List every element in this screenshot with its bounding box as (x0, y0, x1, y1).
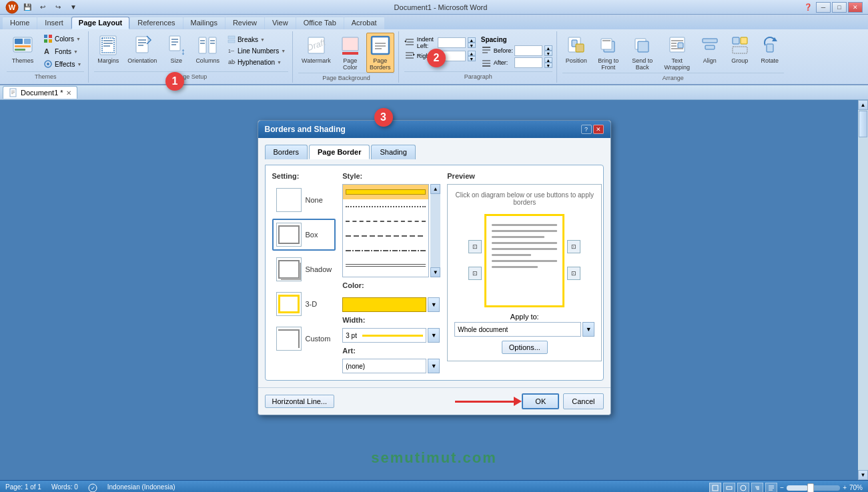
zoom-slider[interactable] (787, 485, 840, 491)
scroll-up-btn[interactable]: ▲ (858, 100, 868, 110)
indent-right-up[interactable]: ▲ (468, 51, 476, 56)
style-list[interactable] (342, 184, 429, 277)
hyphenation-button[interactable]: ab- Hyphenation ▼ (225, 57, 288, 67)
style-dotted-1[interactable] (343, 199, 428, 214)
preview-top-left-btn[interactable]: ⊡ (468, 240, 482, 253)
spacing-after-input[interactable]: 10 pt (514, 57, 542, 68)
preview-bottom-right-btn[interactable]: ⊡ (567, 267, 580, 280)
draft-view-btn[interactable] (765, 483, 777, 493)
close-btn[interactable]: ✕ (848, 2, 863, 13)
restore-btn[interactable]: □ (832, 2, 847, 13)
zoom-minus[interactable]: − (780, 484, 784, 491)
spacing-before-input[interactable]: 0 pt (514, 45, 542, 56)
document-tab[interactable]: Document1 * ✕ (3, 86, 77, 99)
minimize-btn[interactable]: ─ (816, 2, 831, 13)
columns-button[interactable]: Columns (192, 33, 223, 66)
setting-box[interactable]: Box (272, 219, 336, 251)
style-dashed-1[interactable] (343, 214, 428, 229)
tab-borders[interactable]: Borders (265, 145, 308, 159)
size-button[interactable]: ↕ Size (162, 33, 190, 66)
orientation-button[interactable]: Orientation (124, 33, 160, 66)
style-solid[interactable] (343, 185, 428, 199)
margins-button[interactable]: Margins (94, 33, 122, 66)
tab-acrobat[interactable]: Acrobat (344, 17, 384, 29)
setting-shadow[interactable]: Shadow (272, 253, 336, 285)
tab-officetab[interactable]: Office Tab (296, 17, 344, 29)
text-wrapping-button[interactable]: TextWrapping (661, 33, 694, 73)
effects-button[interactable]: Effects ▼ (41, 58, 84, 70)
position-button[interactable]: Position (562, 33, 590, 66)
dialog-help-btn[interactable]: ? (581, 125, 592, 134)
style-scroll-up[interactable]: ▲ (430, 184, 440, 194)
colors-button[interactable]: Colors ▼ (41, 33, 84, 45)
style-dashdot[interactable] (343, 243, 428, 258)
indent-left-down[interactable]: ▼ (468, 43, 476, 48)
breaks-button[interactable]: Breaks ▼ (225, 34, 288, 45)
tab-view[interactable]: View (265, 17, 296, 29)
indent-left-input[interactable]: 0 cm (438, 37, 466, 48)
width-dropdown-arrow[interactable]: ▼ (428, 328, 440, 343)
help-btn[interactable]: ❓ (801, 2, 815, 13)
tab-review[interactable]: Review (226, 17, 264, 29)
ok-button[interactable]: OK (522, 393, 559, 409)
spacing-after-down[interactable]: ▼ (544, 63, 552, 68)
spacing-before-up[interactable]: ▲ (544, 45, 552, 51)
svg-rect-3 (15, 39, 23, 44)
dialog-close-btn[interactable]: ✕ (593, 125, 604, 134)
bring-to-front-button[interactable]: Bring toFront (592, 33, 624, 73)
page-borders-button[interactable]: PageBorders (366, 33, 394, 73)
scroll-thumb[interactable] (859, 111, 867, 137)
style-dashed-2[interactable] (343, 229, 428, 243)
align-button[interactable]: Align (696, 33, 724, 66)
save-btn[interactable]: 💾 (21, 2, 34, 13)
preview-bottom-left-btn[interactable]: ⊡ (468, 267, 482, 280)
page-background-content: Draft Watermark PageColor (298, 33, 394, 73)
tab-pagelayout[interactable]: Page Layout (71, 17, 129, 29)
redo-btn[interactable]: ↪ (51, 2, 65, 13)
undo-btn[interactable]: ↩ (36, 2, 49, 13)
indent-left-up[interactable]: ▲ (468, 37, 476, 43)
full-screen-btn[interactable] (723, 483, 735, 493)
color-dropdown-arrow[interactable]: ▼ (428, 297, 440, 312)
style-scroll-down[interactable]: ▼ (430, 267, 440, 277)
spacing-after-up[interactable]: ▲ (544, 57, 552, 63)
print-layout-btn[interactable] (709, 483, 721, 493)
preview-line-1 (492, 224, 557, 226)
document-tab-close[interactable]: ✕ (66, 89, 71, 97)
zoom-handle[interactable] (807, 483, 814, 493)
tab-mailings[interactable]: Mailings (183, 17, 225, 29)
themes-button[interactable]: Themes (7, 33, 39, 66)
web-layout-btn[interactable] (737, 483, 749, 493)
color-picker[interactable] (342, 297, 426, 312)
tab-shading[interactable]: Shading (371, 145, 415, 159)
preview-top-right-btn[interactable]: ⊡ (567, 240, 580, 253)
apply-to-arrow[interactable]: ▼ (582, 322, 594, 337)
setting-3d[interactable]: 3-D (272, 288, 336, 320)
tab-page-border[interactable]: Page Border (309, 145, 370, 159)
horizontal-line-button[interactable]: Horizontal Line... (265, 395, 335, 408)
office-button[interactable]: W (5, 2, 19, 13)
setting-custom[interactable]: Custom (272, 323, 336, 355)
setting-none[interactable]: None (272, 184, 336, 216)
svg-rect-28 (199, 37, 206, 53)
fonts-button[interactable]: A Fonts ▼ (41, 45, 84, 57)
scroll-down-btn[interactable]: ▼ (858, 470, 868, 480)
line-numbers-button[interactable]: 1─ Line Numbers ▼ (225, 45, 288, 56)
indent-right-down[interactable]: ▼ (468, 56, 476, 61)
outline-view-btn[interactable] (751, 483, 763, 493)
cancel-button[interactable]: Cancel (563, 393, 603, 409)
watermark-button[interactable]: Draft Watermark (298, 33, 334, 66)
zoom-plus[interactable]: + (843, 484, 847, 491)
tab-insert[interactable]: Insert (37, 17, 71, 29)
rotate-button[interactable]: Rotate (756, 33, 784, 66)
send-to-back-button[interactable]: Send toBack (626, 33, 659, 73)
art-dropdown-arrow[interactable]: ▼ (428, 359, 440, 373)
group-button[interactable]: Group (726, 33, 754, 66)
page-color-button[interactable]: PageColor (336, 33, 364, 73)
tab-references[interactable]: References (130, 17, 182, 29)
customize-quick-access[interactable]: ▼ (67, 2, 80, 13)
tab-home[interactable]: Home (3, 17, 37, 29)
spacing-before-down[interactable]: ▼ (544, 51, 552, 56)
options-button[interactable]: Options... (502, 341, 548, 354)
style-double[interactable] (343, 258, 428, 273)
